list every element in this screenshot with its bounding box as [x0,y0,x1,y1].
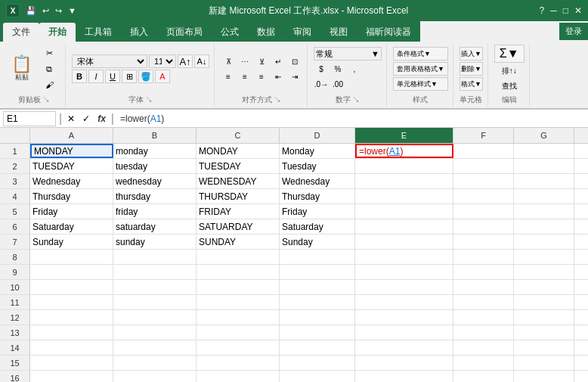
center-align-button[interactable]: ≡ [237,70,252,83]
cell-g9[interactable] [514,265,574,279]
cell-g8[interactable] [514,250,574,264]
find-select-button[interactable]: 查找 [494,79,525,93]
cell-g1[interactable] [514,144,574,158]
help-button[interactable]: ? [540,5,545,16]
cell-c13[interactable] [197,325,280,340]
tab-data[interactable]: 数据 [248,23,284,42]
merge-button[interactable]: ⊡ [287,54,302,68]
tab-review[interactable]: 审阅 [284,23,320,42]
cell-e9[interactable] [355,265,453,279]
cell-f15[interactable] [453,356,514,370]
wrap-text-button[interactable]: ↵ [271,54,286,68]
cell-f10[interactable] [453,280,514,294]
cell-c16[interactable] [197,371,280,382]
cell-d1[interactable]: Monday [280,144,355,158]
cell-a6[interactable]: Satuarday [30,219,113,234]
cell-g3[interactable] [514,174,574,188]
cell-a12[interactable] [30,310,113,325]
cell-c10[interactable] [197,280,280,294]
cell-d15[interactable] [280,356,355,370]
login-button[interactable]: 登录 [559,23,588,40]
decrease-decimal-button[interactable]: .0→ [314,77,329,91]
cell-f13[interactable] [453,325,514,340]
cell-g11[interactable] [514,295,574,309]
cell-b13[interactable] [113,325,197,340]
cell-a15[interactable] [30,356,113,370]
cell-a9[interactable] [30,265,113,279]
cell-e2[interactable] [355,159,453,173]
cell-d11[interactable] [280,295,355,309]
cell-d5[interactable]: Friday [280,204,355,219]
sort-filter-button[interactable]: 排↑↓ [494,64,525,78]
cell-b16[interactable] [113,371,197,382]
cell-d6[interactable]: Satuarday [280,219,355,234]
tab-foxit[interactable]: 福昕阅读器 [357,23,420,42]
cell-a11[interactable] [30,295,113,309]
cell-style-button[interactable]: 单元格样式▼ [393,77,448,91]
tab-view[interactable]: 视图 [320,23,357,42]
cell-a14[interactable] [30,340,113,355]
fill-color-button[interactable]: 🪣 [138,70,153,83]
cell-g13[interactable] [514,325,574,340]
cell-g16[interactable] [514,371,574,382]
cell-g14[interactable] [514,340,574,355]
cell-e7[interactable] [355,234,453,249]
undo-button[interactable]: ↩ [41,5,51,17]
right-align-button[interactable]: ≡ [254,70,269,83]
cell-b7[interactable]: sunday [113,234,197,249]
cell-b2[interactable]: tuesday [113,159,197,173]
table-format-button[interactable]: 套用表格格式▼ [393,62,448,76]
cell-d14[interactable] [280,340,355,355]
tab-home[interactable]: 开始 [39,23,76,42]
cell-e5[interactable] [355,204,453,219]
cell-e13[interactable] [355,325,453,340]
cell-f11[interactable] [453,295,514,309]
cell-f4[interactable] [453,189,514,203]
increase-decimal-button[interactable]: .00 [330,77,345,91]
cell-b3[interactable]: wednesday [113,174,197,188]
cell-f3[interactable] [453,174,514,188]
cell-b15[interactable] [113,356,197,370]
cell-b5[interactable]: friday [113,204,197,219]
cell-b1[interactable]: monday [113,144,197,158]
cell-g10[interactable] [514,280,574,294]
cell-f5[interactable] [453,204,514,219]
save-button[interactable]: 💾 [24,5,38,17]
cell-f6[interactable] [453,219,514,234]
align-top-button[interactable]: ⊼ [221,54,236,68]
cancel-icon[interactable]: ✕ [65,113,77,124]
cell-c15[interactable] [197,356,280,370]
cell-a16[interactable] [30,371,113,382]
cell-c3[interactable]: WEDNESDAY [197,174,280,188]
cell-e3[interactable] [355,174,453,188]
format-button[interactable]: 格式▼ [460,77,483,91]
col-header-c[interactable]: C [197,128,280,143]
cell-g6[interactable] [514,219,574,234]
close-button[interactable]: ✕ [574,5,582,16]
font-name-dropdown[interactable]: 宋体 [72,54,147,68]
increase-font-button[interactable]: A↑ [178,54,193,68]
cell-b8[interactable] [113,250,197,264]
cell-e15[interactable] [355,356,453,370]
cell-g5[interactable] [514,204,574,219]
col-header-e[interactable]: E [355,128,453,143]
minimize-button[interactable]: ─ [550,5,557,16]
cell-d16[interactable] [280,371,355,382]
cell-a2[interactable]: TUESDAY [30,159,113,173]
cell-g2[interactable] [514,159,574,173]
cell-c12[interactable] [197,310,280,325]
cell-a4[interactable]: Thursday [30,189,113,203]
cell-f7[interactable] [453,234,514,249]
cell-c4[interactable]: THURSDAY [197,189,280,203]
cell-c5[interactable]: FRIDAY [197,204,280,219]
number-format-dropdown[interactable]: 常规 ▼ [314,47,382,61]
cell-d4[interactable]: Thursday [280,189,355,203]
percent-button[interactable]: % [330,62,345,76]
cell-d3[interactable]: Wednesday [280,174,355,188]
tab-insert[interactable]: 插入 [121,23,157,42]
font-color-button[interactable]: A [155,70,170,83]
cell-a10[interactable] [30,280,113,294]
insert-button[interactable]: 插入▼ [460,47,483,61]
name-box[interactable] [3,111,56,126]
cell-d8[interactable] [280,250,355,264]
